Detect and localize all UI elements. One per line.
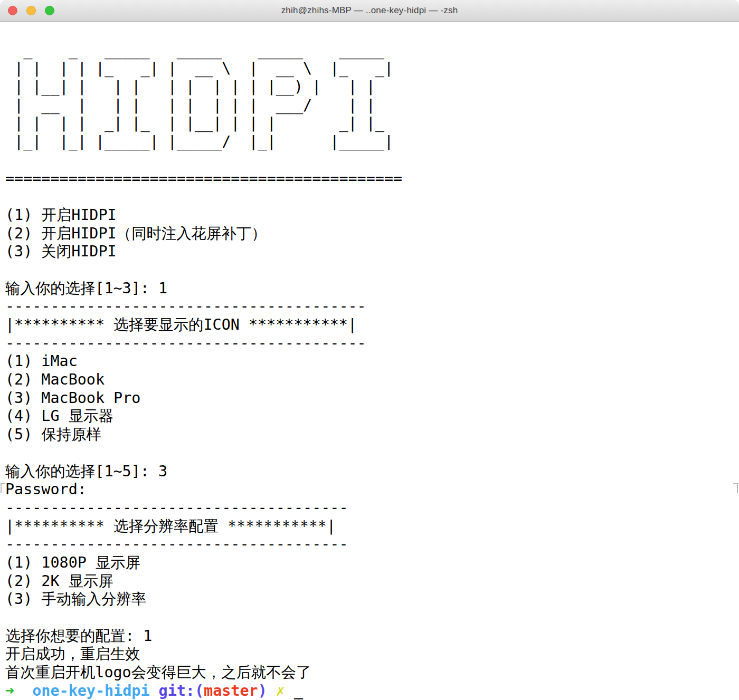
prompt-spacer [267,682,276,699]
window-titlebar: zhih@zhihs-MBP — ..one-key-hidpi — -zsh [0,0,739,22]
menu-item-enable-hidpi: (1) 开启HIDPI [5,206,739,225]
menu-item-disable-hidpi: (3) 关闭HIDPI [5,243,739,261]
resolution-option-manual: (3) 手动输入分辨率 [5,590,739,609]
ascii-logo-line: | | | | |_ _| | __ \ | __ \ |_ _| [5,60,739,78]
ascii-logo-line: | |__| | | | | | | | | |__) | | | [5,78,739,97]
git-dirty-icon: ✗ [276,682,285,699]
git-prefix: git:( [159,682,204,699]
ascii-logo-line: | | | | _| |_ | |__| | | | _| |_ [5,114,739,133]
icon-option-keep-original: (5) 保持原样 [5,426,739,444]
prompt-arrow-icon: ➜ [5,682,14,699]
separator-dashes: ---------------------------------------- [5,334,739,353]
icon-option-imac: (1) iMac [5,352,739,371]
success-message: 开启成功，重启生效 [5,645,739,664]
resolution-option-1080p: (1) 1080P 显示屏 [5,554,739,572]
terminal-line [5,609,739,627]
traffic-lights [8,6,54,15]
prompt-cwd: one-key-hidpi [32,682,149,699]
prompt-spacer [14,682,32,699]
git-branch: master [204,682,258,699]
git-suffix: ) [258,682,267,699]
separator-dashes: -------------------------------------- [5,499,739,517]
icon-option-macbook-pro: (3) MacBook Pro [5,389,739,408]
separator-dashes: ---------------------------------------- [5,298,739,316]
terminal-line [5,188,739,206]
terminal-screen[interactable]: _ _ _____ _____ _____ _____ | | | | |_ _… [0,22,739,700]
minimize-button[interactable] [26,6,36,15]
resolution-option-2k: (2) 2K 显示屏 [5,572,739,591]
zoom-button[interactable] [45,6,54,15]
password-prompt: Password: [5,481,739,499]
icon-option-macbook: (2) MacBook [5,371,739,389]
section-header-resolution: |********** 选择分辨率配置 ***********| [5,517,739,536]
terminal-line [5,261,739,280]
config-choice-prompt: 选择你想要的配置: 1 [5,627,739,646]
shell-prompt: ➜ one-key-hidpi git:(master) ✗ _ [5,682,739,700]
icon-option-lg-display: (4) LG 显示器 [5,407,739,426]
choice-prompt-1: 输入你的选择[1~3]: 1 [5,280,739,298]
choice-prompt-2: 输入你的选择[1~5]: 3 [5,463,739,481]
ascii-logo-line: _ _ _____ _____ _____ _____ [5,42,739,60]
close-button[interactable] [8,6,17,15]
terminal-window: zhih@zhihs-MBP — ..one-key-hidpi — -zsh … [0,0,739,700]
prompt-spacer [150,682,159,699]
separator-dashes: -------------------------------------- [5,535,739,554]
window-title: zhih@zhihs-MBP — ..one-key-hidpi — -zsh [281,5,458,16]
terminal-cursor: _ [294,682,303,699]
terminal-line [5,444,739,463]
reboot-notice: 首次重启开机logo会变得巨大，之后就不会了 [5,664,739,682]
terminal-line [5,151,739,170]
ascii-logo-line: |_| |_| |_____| |_____/ |_| |_____| [5,133,739,151]
ascii-logo-line: | __ | | | | | | | | ___/ | | [5,97,739,115]
terminal-line [5,23,739,42]
section-header-icon: |********** 选择要显示的ICON ***********| [5,316,739,334]
menu-item-enable-hidpi-patch: (2) 开启HIDPI（同时注入花屏补丁） [5,225,739,243]
prompt-spacer [285,682,294,699]
separator-equals: ========================================… [5,170,739,188]
